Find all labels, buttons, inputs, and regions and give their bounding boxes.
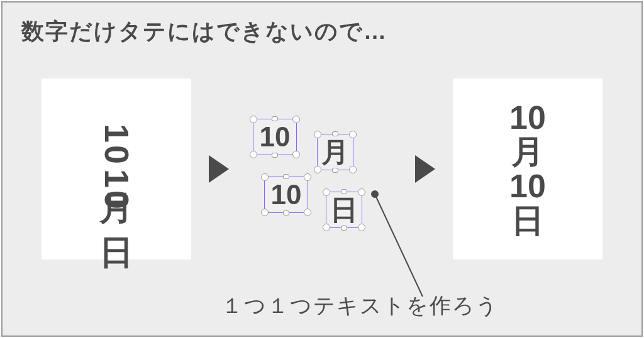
text-box-day[interactable]: 日 (326, 192, 362, 228)
stack-line: 月 (511, 134, 544, 169)
selection-handle-icon[interactable] (272, 116, 278, 121)
diagram-frame: 数字だけタテにはできないので… 10月10日 10 月 (1, 1, 643, 337)
selection-handle-icon[interactable] (304, 173, 311, 181)
selection-handle-icon[interactable] (250, 116, 257, 123)
stack-line: 日 (511, 204, 544, 238)
panel-after: 10 月 10 日 (453, 79, 602, 259)
stack-line: 10 (509, 101, 546, 135)
selection-handle-icon[interactable] (314, 131, 321, 138)
diagram-stage: 10月10日 10 月 (3, 72, 641, 266)
selection-handle-icon[interactable] (332, 131, 338, 136)
text-box-label: 日 (330, 192, 358, 229)
panel-editing: 10 月 10 (247, 87, 397, 251)
selection-handle-icon[interactable] (358, 188, 365, 196)
selection-handle-icon[interactable] (261, 209, 269, 216)
vertical-date-text: 10月10日 (94, 124, 140, 214)
selection-handle-icon[interactable] (272, 153, 278, 158)
arrow-right-icon (209, 155, 229, 183)
text-box-10-top[interactable]: 10 (253, 119, 297, 155)
selection-handle-icon[interactable] (304, 209, 311, 216)
selection-handle-icon[interactable] (323, 224, 330, 231)
text-box-month[interactable]: 月 (317, 134, 353, 170)
selection-handle-icon[interactable] (314, 166, 321, 173)
text-box-label: 10 (271, 179, 302, 210)
text-box-label: 10 (260, 121, 291, 153)
selection-handle-icon[interactable] (341, 189, 347, 194)
panel-before: 10月10日 (42, 79, 191, 259)
selection-handle-icon[interactable] (332, 168, 338, 173)
selection-handle-icon[interactable] (261, 173, 269, 181)
selection-handle-icon[interactable] (323, 188, 330, 196)
selection-handle-icon[interactable] (292, 116, 300, 123)
text-box-10-bottom[interactable]: 10 (264, 177, 308, 213)
selection-handle-icon[interactable] (292, 151, 300, 158)
stack-line: 10 (509, 169, 546, 204)
selection-handle-icon[interactable] (283, 210, 289, 215)
selection-handle-icon[interactable] (250, 151, 257, 158)
selection-handle-icon[interactable] (349, 166, 357, 173)
arrow-right-icon (415, 155, 435, 183)
diagram-caption: １つ１つテキストを作ろう (3, 292, 641, 320)
selection-handle-icon[interactable] (349, 131, 357, 138)
stacked-date-text: 10 月 10 日 (509, 101, 546, 237)
selection-handle-icon[interactable] (341, 226, 347, 231)
diagram-title: 数字だけタテにはできないので… (21, 16, 387, 47)
text-box-label: 月 (321, 134, 349, 171)
selection-handle-icon[interactable] (283, 174, 289, 179)
selection-handle-icon[interactable] (358, 224, 365, 231)
